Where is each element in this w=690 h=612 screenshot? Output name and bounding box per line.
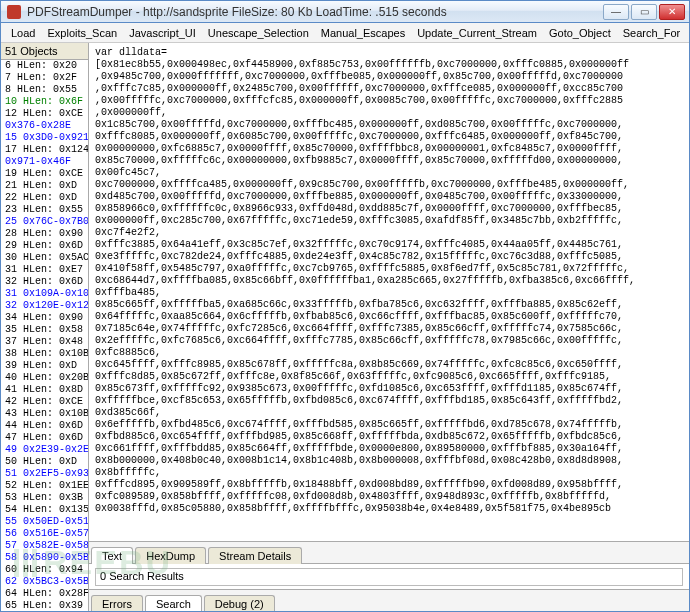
object-item[interactable]: 0x971-0x46F: [1, 156, 88, 168]
app-icon: [7, 5, 21, 19]
object-item[interactable]: 17 HLen: 0x124: [1, 144, 88, 156]
object-item[interactable]: 31 0x109A-0x10E4: [1, 288, 88, 300]
object-item[interactable]: 12 HLen: 0xCE: [1, 108, 88, 120]
menu-find-replace[interactable]: Find/Replace: [686, 25, 690, 41]
object-item[interactable]: 64 HLen: 0x28F: [1, 588, 88, 600]
object-item[interactable]: 65 HLen: 0x39: [1, 600, 88, 611]
object-item[interactable]: 23 HLen: 0x55: [1, 204, 88, 216]
object-item[interactable]: 42 HLen: 0xCE: [1, 396, 88, 408]
object-item[interactable]: 52 HLen: 0x1EEE: [1, 480, 88, 492]
object-item[interactable]: 55 0x50ED-0x5104: [1, 516, 88, 528]
search-pane: 0 Search Results: [89, 563, 689, 589]
sidebar: 51 Objects 6 HLen: 0x207 HLen: 0x2F8 HLe…: [1, 43, 89, 611]
menubar: LoadExploits_ScanJavascript_UIUnescape_S…: [1, 23, 689, 43]
maximize-button[interactable]: ▭: [631, 4, 657, 20]
object-item[interactable]: 10 HLen: 0x6F: [1, 96, 88, 108]
object-item[interactable]: 40 HLen: 0x20B: [1, 372, 88, 384]
object-item[interactable]: 0x376-0x28E: [1, 120, 88, 132]
menu-exploits-scan[interactable]: Exploits_Scan: [41, 25, 123, 41]
object-item[interactable]: 50 HLen: 0xD: [1, 456, 88, 468]
object-item[interactable]: 37 HLen: 0x48: [1, 336, 88, 348]
object-item[interactable]: 39 HLen: 0xD: [1, 360, 88, 372]
menu-search-for[interactable]: Search_For: [617, 25, 686, 41]
object-item[interactable]: 49 0x2E39-0x2E89: [1, 444, 88, 456]
menu-manual-escapes[interactable]: Manual_Escapes: [315, 25, 411, 41]
menu-javascript-ui[interactable]: Javascript_UI: [123, 25, 202, 41]
object-item[interactable]: 56 0x516E-0x573A: [1, 528, 88, 540]
bottom-tabs: ErrorsSearchDebug (2): [89, 589, 689, 611]
titlebar: PDFStreamDumper - http://sandsprite File…: [1, 1, 689, 23]
mid-tabs: TextHexDumpStream Details: [89, 541, 689, 563]
object-item[interactable]: 44 HLen: 0x6D: [1, 420, 88, 432]
tab-hexdump[interactable]: HexDump: [135, 547, 206, 564]
object-item[interactable]: 30 HLen: 0x5AC: [1, 252, 88, 264]
object-item[interactable]: 43 HLen: 0x10B: [1, 408, 88, 420]
menu-update-current-stream[interactable]: Update_Current_Stream: [411, 25, 543, 41]
object-item[interactable]: 34 HLen: 0x90: [1, 312, 88, 324]
object-item[interactable]: 7 HLen: 0x2F: [1, 72, 88, 84]
menu-unescape-selection[interactable]: Unescape_Selection: [202, 25, 315, 41]
object-item[interactable]: 22 HLen: 0xD: [1, 192, 88, 204]
object-item[interactable]: 57 0x582E-0x589C: [1, 540, 88, 552]
tab-text[interactable]: Text: [91, 547, 133, 564]
object-item[interactable]: 60 HLen: 0x94: [1, 564, 88, 576]
object-item[interactable]: 21 HLen: 0xD: [1, 180, 88, 192]
object-item[interactable]: 47 HLen: 0x6D: [1, 432, 88, 444]
object-item[interactable]: 32 HLen: 0x6D: [1, 276, 88, 288]
minimize-button[interactable]: —: [603, 4, 629, 20]
tab-errors[interactable]: Errors: [91, 595, 143, 611]
object-list[interactable]: 6 HLen: 0x207 HLen: 0x2F8 HLen: 0x5510 H…: [1, 60, 88, 611]
tab-stream-details[interactable]: Stream Details: [208, 547, 302, 564]
object-item[interactable]: 62 0x5BC3-0x5BA7: [1, 576, 88, 588]
object-item[interactable]: 58 0x5890-0x5BA7: [1, 552, 88, 564]
sidebar-header: 51 Objects: [1, 43, 88, 60]
object-item[interactable]: 32 0x120E-0x122C: [1, 300, 88, 312]
menu-load[interactable]: Load: [5, 25, 41, 41]
object-item[interactable]: 29 HLen: 0x6D: [1, 240, 88, 252]
tab-debug-2-[interactable]: Debug (2): [204, 595, 275, 611]
object-item[interactable]: 31 HLen: 0xE7: [1, 264, 88, 276]
object-item[interactable]: 51 0x2EF5-0x930D: [1, 468, 88, 480]
object-item[interactable]: 6 HLen: 0x20: [1, 60, 88, 72]
tab-search[interactable]: Search: [145, 595, 202, 611]
object-item[interactable]: 25 0x76C-0x7B0: [1, 216, 88, 228]
search-results[interactable]: 0 Search Results: [95, 568, 683, 586]
object-item[interactable]: 41 HLen: 0x8D: [1, 384, 88, 396]
object-item[interactable]: 54 HLen: 0x135: [1, 504, 88, 516]
object-item[interactable]: 35 HLen: 0x58: [1, 324, 88, 336]
menu-goto-object[interactable]: Goto_Object: [543, 25, 617, 41]
object-item[interactable]: 38 HLen: 0x10B: [1, 348, 88, 360]
object-item[interactable]: 15 0x3D0-0x921: [1, 132, 88, 144]
close-button[interactable]: ✕: [659, 4, 685, 20]
object-item[interactable]: 28 HLen: 0x90: [1, 228, 88, 240]
code-area[interactable]: var dlldata= [0x81ec8b55,0x000498ec,0xf4…: [89, 43, 689, 541]
object-item[interactable]: 53 HLen: 0x3B: [1, 492, 88, 504]
object-item[interactable]: 19 HLen: 0xCE: [1, 168, 88, 180]
window-title: PDFStreamDumper - http://sandsprite File…: [27, 5, 603, 19]
object-item[interactable]: 8 HLen: 0x55: [1, 84, 88, 96]
